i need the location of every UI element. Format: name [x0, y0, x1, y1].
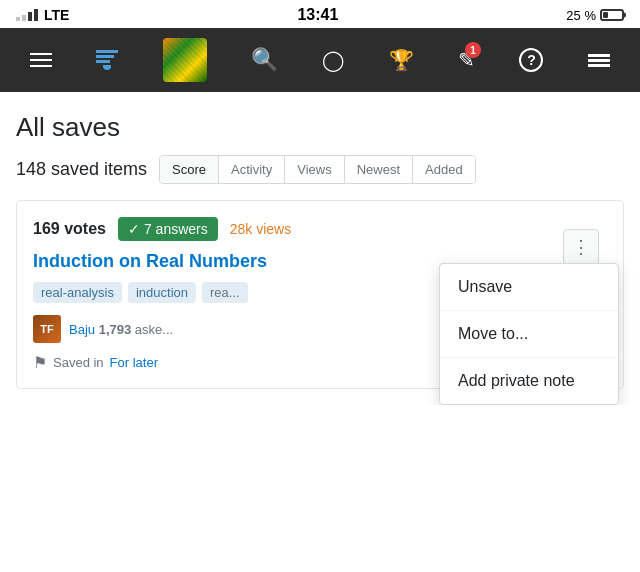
stack-exchange-icon[interactable] — [588, 54, 610, 67]
saved-in-label: Saved in — [53, 355, 104, 370]
question-meta: 169 votes ✓ 7 answers 28k views — [33, 217, 607, 241]
vote-count: 169 votes — [33, 220, 106, 238]
trophy-icon[interactable]: 🏆 — [389, 48, 414, 72]
signal-icon — [16, 9, 38, 21]
more-options-button[interactable]: ⋮ — [563, 229, 599, 265]
add-private-note-button[interactable]: Add private note — [440, 358, 618, 404]
time-display: 13:41 — [297, 6, 338, 24]
review-badge: 1 — [465, 42, 481, 58]
avatar: TF — [33, 315, 61, 343]
avatar-initials: TF — [40, 323, 53, 335]
tab-activity[interactable]: Activity — [219, 156, 285, 183]
menu-icon[interactable] — [30, 53, 52, 67]
unsave-button[interactable]: Unsave — [440, 264, 618, 311]
status-right: 25 % — [566, 8, 624, 23]
answers-count: 7 answers — [144, 221, 208, 237]
tab-newest[interactable]: Newest — [345, 156, 413, 183]
move-to-button[interactable]: Move to... — [440, 311, 618, 358]
checkmark-icon: ✓ — [128, 221, 140, 237]
navbar: 🔍 ◯ 🏆 ✎ 1 ? — [0, 28, 640, 92]
status-left: LTE — [16, 7, 69, 23]
tag-truncated[interactable]: rea... — [202, 282, 248, 303]
bookmark-icon: ⚑ — [33, 353, 47, 372]
tab-score[interactable]: Score — [160, 156, 219, 183]
user-name[interactable]: Baju — [69, 322, 95, 337]
user-info: Baju 1,793 aske... — [69, 322, 173, 337]
saves-count: 148 saved items — [16, 159, 147, 180]
answers-badge: ✓ 7 answers — [118, 217, 218, 241]
logo-icon[interactable] — [96, 50, 118, 70]
main-content: All saves 148 saved items Score Activity… — [0, 92, 640, 405]
battery-icon — [600, 9, 624, 21]
sort-tabs: Score Activity Views Newest Added — [159, 155, 476, 184]
saves-header: 148 saved items Score Activity Views New… — [16, 155, 624, 184]
page-title: All saves — [16, 112, 624, 143]
tab-views[interactable]: Views — [285, 156, 344, 183]
user-rep: 1,793 — [99, 322, 135, 337]
battery-percent: 25 % — [566, 8, 596, 23]
saved-list-link[interactable]: For later — [110, 355, 158, 370]
search-icon[interactable]: 🔍 — [251, 47, 278, 73]
inbox-icon[interactable]: ◯ — [322, 48, 344, 72]
tag-real-analysis[interactable]: real-analysis — [33, 282, 122, 303]
nav-thumbnail[interactable] — [163, 38, 207, 82]
user-action: aske... — [135, 322, 173, 337]
status-bar: LTE 13:41 25 % — [0, 0, 640, 28]
help-icon[interactable]: ? — [519, 48, 543, 72]
tab-added[interactable]: Added — [413, 156, 475, 183]
question-card: 169 votes ✓ 7 answers 28k views ⋮ Unsave… — [16, 200, 624, 389]
review-icon[interactable]: ✎ 1 — [458, 48, 475, 72]
dropdown-menu: Unsave Move to... Add private note — [439, 263, 619, 405]
views-count: 28k views — [230, 221, 291, 237]
tag-induction[interactable]: induction — [128, 282, 196, 303]
network-label: LTE — [44, 7, 69, 23]
